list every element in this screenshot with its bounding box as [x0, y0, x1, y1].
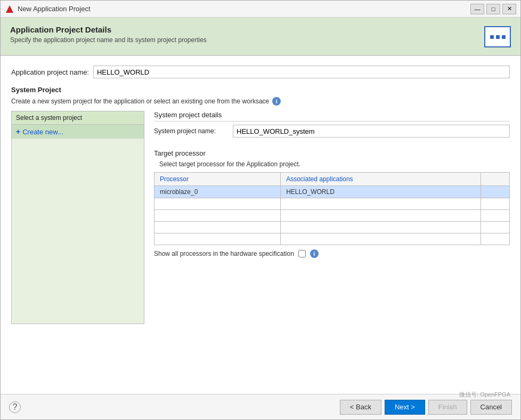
apps-cell: HELLO_WORLD — [281, 186, 481, 198]
extra-cell — [481, 233, 510, 245]
minimize-button[interactable]: — — [470, 4, 484, 14]
apps-cell — [281, 233, 481, 245]
two-col-layout: Select a system project + Create new... … — [11, 111, 510, 324]
left-panel-header: Select a system project — [12, 111, 144, 125]
system-project-name-row: System project name: — [154, 125, 510, 138]
titlebar: New Application Project — □ ✕ — [1, 1, 520, 18]
show-all-info-icon: i — [310, 249, 319, 258]
system-project-label: System Project — [11, 86, 510, 94]
system-project-info-text: Create a new system project for the appl… — [11, 98, 269, 105]
system-project-details-title: System project details — [154, 111, 510, 122]
info-icon: i — [272, 97, 281, 106]
help-button[interactable]: ? — [9, 401, 21, 413]
window-controls: — □ ✕ — [470, 4, 516, 14]
processor-instruction: Select target processor for the Applicat… — [159, 160, 510, 168]
header-icon-box — [484, 26, 511, 47]
main-content: Application project name: System Project… — [1, 56, 520, 394]
processor-cell — [154, 233, 281, 245]
close-button[interactable]: ✕ — [502, 4, 516, 14]
extra-cell — [481, 198, 510, 210]
system-project-section: System Project Create a new system proje… — [11, 86, 510, 324]
target-processor-label: Target processor — [154, 149, 510, 157]
col-empty — [481, 173, 510, 186]
maximize-button[interactable]: □ — [486, 4, 500, 14]
plus-icon: + — [16, 127, 20, 136]
show-all-checkbox[interactable] — [298, 250, 306, 257]
col-processor: Processor — [154, 173, 281, 186]
dot3 — [502, 35, 506, 39]
system-project-info: Create a new system project for the appl… — [11, 97, 510, 106]
extra-cell — [481, 210, 510, 222]
processor-table-row[interactable] — [154, 210, 510, 222]
back-button[interactable]: < Back — [340, 400, 381, 415]
processor-cell — [154, 198, 281, 210]
app-project-name-input[interactable] — [93, 66, 510, 78]
left-panel: Select a system project + Create new... — [11, 111, 144, 324]
system-project-name-label: System project name: — [154, 127, 229, 135]
create-new-label: Create new... — [22, 128, 63, 136]
app-project-name-row: Application project name: — [11, 66, 510, 78]
processor-table-row[interactable] — [154, 222, 510, 233]
dot2 — [496, 35, 500, 39]
header-icon-dots — [490, 35, 506, 39]
processor-table-header-row: Processor Associated applications — [154, 173, 510, 186]
header-title: Application Project Details — [10, 25, 207, 34]
apps-cell — [281, 210, 481, 222]
system-project-name-input[interactable] — [233, 125, 510, 138]
processor-table-row[interactable] — [154, 233, 510, 245]
app-project-name-label: Application project name: — [11, 68, 89, 76]
processor-table-row[interactable] — [154, 198, 510, 210]
processor-cell: microblaze_0 — [154, 186, 281, 198]
dot1 — [490, 35, 494, 39]
header-text-block: Application Project Details Specify the … — [10, 25, 207, 44]
header-subtitle: Specify the application project name and… — [10, 36, 207, 44]
extra-cell — [481, 186, 510, 198]
header-panel: Application Project Details Specify the … — [1, 18, 520, 56]
app-icon — [5, 4, 14, 14]
target-processor-section: Target processor Select target processor… — [154, 149, 510, 258]
create-new-item[interactable]: + Create new... — [12, 125, 144, 139]
cancel-button[interactable]: Cancel — [470, 400, 512, 415]
system-project-details: System project details System project na… — [154, 111, 510, 143]
window-title: New Application Project — [18, 5, 470, 13]
right-panel: System project details System project na… — [154, 111, 510, 324]
processor-cell — [154, 210, 281, 222]
processor-table: Processor Associated applications microb… — [154, 172, 510, 245]
processor-cell — [154, 222, 281, 233]
extra-cell — [481, 222, 510, 233]
processor-table-row[interactable]: microblaze_0 HELLO_WORLD — [154, 186, 510, 198]
main-window: New Application Project — □ ✕ Applicatio… — [0, 0, 521, 420]
show-all-row: Show all processors in the hardware spec… — [154, 249, 510, 258]
apps-cell — [281, 222, 481, 233]
footer: ? < Back Next > Finish Cancel — [1, 394, 520, 419]
show-all-label: Show all processors in the hardware spec… — [154, 250, 294, 257]
finish-button[interactable]: Finish — [428, 400, 467, 415]
svg-marker-0 — [6, 5, 13, 13]
apps-cell — [281, 198, 481, 210]
col-apps: Associated applications — [281, 173, 481, 186]
processor-table-body: microblaze_0 HELLO_WORLD — [154, 186, 510, 245]
footer-buttons: < Back Next > Finish Cancel — [340, 400, 512, 415]
next-button[interactable]: Next > — [385, 400, 425, 415]
